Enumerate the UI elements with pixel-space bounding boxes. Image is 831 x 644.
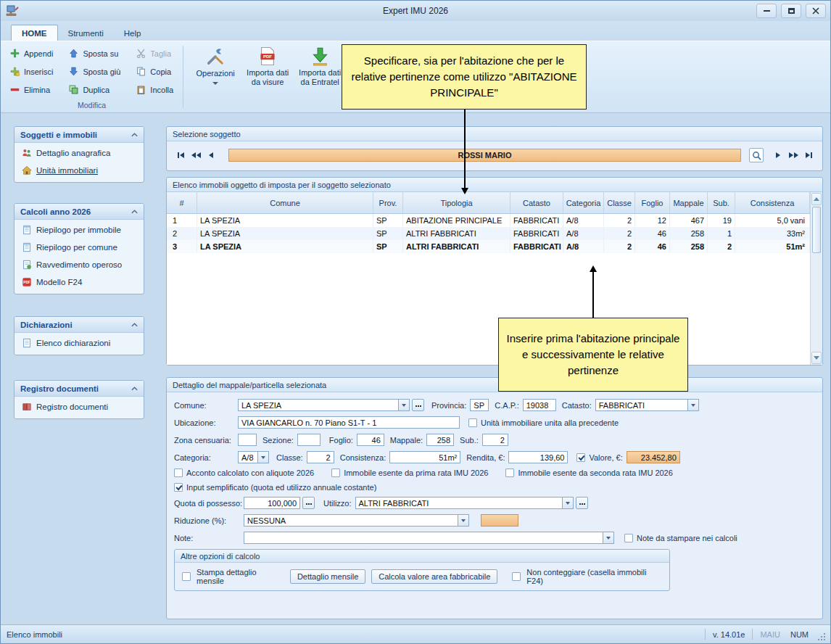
title-bar[interactable]: Expert IMU 2026 xyxy=(1,1,830,21)
column-header-8[interactable]: Mappale xyxy=(670,192,708,213)
note-stampa-label[interactable]: Note da stampare nei calcoli xyxy=(637,534,737,542)
sub-field[interactable]: 2 xyxy=(482,434,508,446)
selected-subject-bar[interactable]: ROSSI MARIO xyxy=(228,149,741,162)
importa-visure-button[interactable]: PDF Importa dati da visure xyxy=(241,41,294,112)
provincia-field[interactable]: SP xyxy=(470,399,489,411)
esente-seconda-label[interactable]: Immobile esente da seconda rata IMU 2026 xyxy=(518,468,672,477)
table-row-2[interactable]: 2LA SPEZIASPALTRI FABBRICATIFABBRICATIA/… xyxy=(167,227,810,240)
quota-browse-button[interactable] xyxy=(302,497,315,509)
panel-header-registro[interactable]: Registro documenti xyxy=(15,381,144,397)
incolla-button[interactable]: Incolla xyxy=(133,82,177,98)
sezione-field[interactable] xyxy=(297,434,321,446)
consistenza-field[interactable]: 51m² xyxy=(389,451,460,463)
utilizzo-browse-button[interactable] xyxy=(576,497,588,509)
maximize-button[interactable] xyxy=(781,4,801,18)
nav-prev-button[interactable] xyxy=(204,149,218,162)
column-header-2[interactable]: Prov. xyxy=(373,192,403,213)
sposta-su-button[interactable]: Sposta su xyxy=(65,46,124,62)
table-row-3[interactable]: 3LA SPEZIASPALTRI FABBRICATIFABBRICATIA/… xyxy=(167,240,810,253)
nav-first-button[interactable] xyxy=(174,149,187,162)
scroll-up-button[interactable] xyxy=(811,193,822,205)
dettaglio-mensile-button[interactable]: Dettaglio mensile xyxy=(290,569,365,584)
rendita-field[interactable]: 139,60 xyxy=(508,451,568,463)
tab-home[interactable]: HOME xyxy=(11,25,58,41)
minimize-button[interactable] xyxy=(756,4,777,18)
esente-seconda-checkbox[interactable] xyxy=(505,468,514,477)
table-vertical-scrollbar[interactable] xyxy=(810,192,822,365)
appendi-button[interactable]: Appendi xyxy=(7,46,57,62)
categoria-field[interactable]: A/8 xyxy=(238,451,258,463)
tab-strumenti[interactable]: Strumenti xyxy=(58,25,114,41)
comune-field[interactable]: LA SPEZIA xyxy=(238,399,399,411)
sidebar-item-dettaglio-anagrafica[interactable]: Dettaglio anagrafica xyxy=(15,144,144,162)
table-row-1[interactable]: 1LA SPEZIASPABITAZIONE PRINCIPALEFABBRIC… xyxy=(167,214,810,227)
esente-prima-checkbox[interactable] xyxy=(331,468,340,477)
scrollbar-thumb[interactable] xyxy=(812,207,821,253)
acconto-checkbox[interactable] xyxy=(174,468,183,477)
sidebar-item-ravvedimento[interactable]: Ravvedimento operoso xyxy=(15,256,144,273)
cap-field[interactable]: 19038 xyxy=(523,399,556,411)
catasto-field[interactable]: FABBRICATI xyxy=(595,399,688,411)
categoria-dropdown-button[interactable] xyxy=(258,451,269,463)
nav-last-button[interactable] xyxy=(802,149,815,162)
note-field[interactable] xyxy=(244,532,603,544)
mappale-field[interactable]: 258 xyxy=(426,434,454,446)
riduzione-valore-field[interactable] xyxy=(481,514,518,527)
utilizzo-field[interactable]: ALTRI FABBRICATI xyxy=(355,497,563,509)
comune-browse-button[interactable] xyxy=(412,399,424,411)
comune-dropdown-button[interactable] xyxy=(399,399,410,411)
panel-header-soggetti[interactable]: Soggetti e immobili xyxy=(15,127,144,143)
column-header-7[interactable]: Foglio xyxy=(635,192,670,213)
esente-prima-label[interactable]: Immobile esente da prima rata IMU 2026 xyxy=(344,468,488,477)
utilizzo-dropdown-button[interactable] xyxy=(563,497,574,509)
valore-checkbox[interactable] xyxy=(576,453,585,462)
valore-field[interactable]: 23.452,80 xyxy=(627,451,680,463)
column-header-1[interactable]: Comune xyxy=(197,192,373,213)
column-header-0[interactable]: # xyxy=(167,192,197,213)
panel-header-calcoli[interactable]: Calcoli anno 2026 xyxy=(15,204,144,220)
sidebar-item-modello-f24[interactable]: PDF Modello F24 xyxy=(15,273,144,291)
classe-field[interactable]: 2 xyxy=(307,451,334,463)
sidebar-item-registro-documenti[interactable]: Registro documenti xyxy=(15,398,144,416)
stampa-mensile-label[interactable]: Stampa dettaglio mensile xyxy=(197,568,284,585)
sidebar-item-riepilogo-comune[interactable]: Riepilogo per comune xyxy=(15,239,144,256)
scroll-down-button[interactable] xyxy=(811,352,822,364)
foglio-field[interactable]: 46 xyxy=(357,434,384,446)
resize-grip[interactable] xyxy=(816,631,826,641)
taglia-button[interactable]: Taglia xyxy=(133,46,177,62)
riduzione-field[interactable]: NESSUNA xyxy=(244,514,458,527)
search-subject-button[interactable] xyxy=(749,148,764,162)
input-semplificato-checkbox[interactable] xyxy=(174,483,183,492)
tab-help[interactable]: Help xyxy=(114,25,152,41)
non-conteggiare-checkbox[interactable] xyxy=(512,572,521,581)
input-semplificato-label[interactable]: Input semplificato (quota ed utilizzo an… xyxy=(186,483,376,492)
note-dropdown-button[interactable] xyxy=(603,532,614,544)
valore-label[interactable]: Valore, €: xyxy=(589,453,622,462)
non-conteggiare-label[interactable]: Non conteggiare (casella immobili F24) xyxy=(526,568,662,585)
operazioni-button[interactable]: Operazioni xyxy=(189,41,241,112)
column-header-3[interactable]: Tipologia xyxy=(403,192,510,213)
sposta-giu-button[interactable]: Sposta giù xyxy=(65,64,124,80)
duplica-button[interactable]: Duplica xyxy=(65,82,124,98)
stampa-mensile-checkbox[interactable] xyxy=(182,572,191,581)
note-stampa-checkbox[interactable] xyxy=(624,534,633,542)
unita-precedente-checkbox[interactable] xyxy=(468,418,477,427)
sidebar-item-riepilogo-immobile[interactable]: Riepilogo per immobile xyxy=(15,221,144,239)
importa-entratel-button[interactable]: Importa dati da Entratel xyxy=(294,41,346,112)
sidebar-item-unita-immobiliari[interactable]: Unità immobiliari xyxy=(15,162,144,179)
nav-prev-fast-button[interactable] xyxy=(189,149,202,162)
calcola-area-button[interactable]: Calcola valore area fabbricabile xyxy=(371,569,497,584)
quota-field[interactable]: 100,000 xyxy=(244,497,300,509)
column-header-5[interactable]: Categoria xyxy=(563,192,604,213)
copia-button[interactable]: Copia xyxy=(133,64,177,80)
column-header-10[interactable]: Consistenza xyxy=(735,192,810,213)
column-header-9[interactable]: Sub. xyxy=(708,192,735,213)
sidebar-item-elenco-dichiarazioni[interactable]: Elenco dichiarazioni xyxy=(15,334,144,352)
acconto-label[interactable]: Acconto calcolato con aliquote 2026 xyxy=(186,468,314,477)
zona-field[interactable] xyxy=(238,434,257,446)
close-button[interactable] xyxy=(806,4,826,18)
nav-next-fast-button[interactable] xyxy=(787,149,800,162)
panel-header-dichiarazioni[interactable]: Dichiarazioni xyxy=(15,317,144,333)
elimina-button[interactable]: Elimina xyxy=(7,82,57,98)
column-header-6[interactable]: Classe xyxy=(604,192,635,213)
